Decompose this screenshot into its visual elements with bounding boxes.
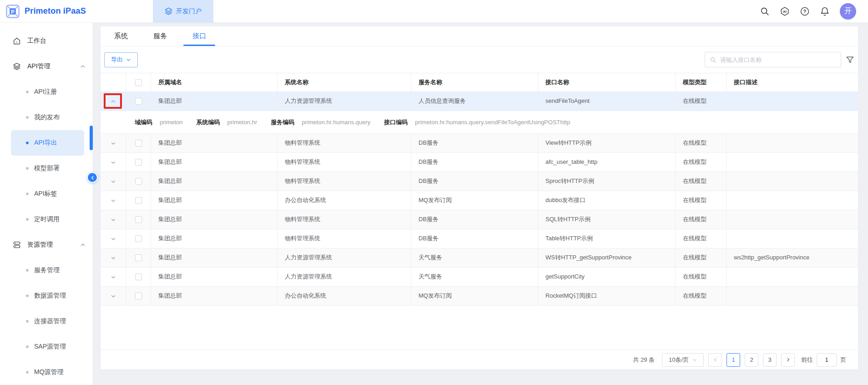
table-row: 集团总部 物料管理系统 DB服务 SQL转HTTP示例 在线模型	[101, 210, 858, 229]
sidebar-item-my-publish[interactable]: 我的发布	[11, 105, 84, 130]
tab-dev-portal[interactable]: 开发门户	[153, 0, 213, 23]
cell-desc	[727, 134, 858, 152]
page-button-3[interactable]: 3	[763, 353, 777, 367]
cell-model: 在线模型	[676, 92, 727, 111]
chevron-down-icon	[111, 141, 116, 146]
sidebar-item-resource-management[interactable]: 资源管理	[0, 232, 93, 258]
row-checkbox[interactable]	[135, 254, 142, 261]
cell-system: 物料管理系统	[278, 229, 411, 248]
cell-model: 在线模型	[676, 248, 727, 267]
next-page-button[interactable]	[781, 353, 795, 367]
svg-text:P: P	[11, 9, 14, 14]
bullet-icon	[26, 294, 29, 297]
row-checkbox[interactable]	[135, 159, 142, 166]
sidebar-item-connector-management[interactable]: 连接器管理	[11, 309, 84, 334]
ai-assistant-icon[interactable]: AI	[780, 6, 790, 16]
prev-page-button[interactable]	[708, 353, 722, 367]
expand-cell	[101, 287, 126, 305]
chevron-down-icon	[111, 274, 116, 280]
cell-system: 物料管理系统	[278, 172, 411, 191]
sidebar-item-api-tags[interactable]: API标签	[11, 181, 84, 207]
expand-row-button[interactable]	[106, 271, 120, 283]
expand-row-button[interactable]	[106, 233, 120, 245]
sidebar-item-api-export[interactable]: API导出	[11, 130, 84, 156]
cell-model: 在线模型	[676, 172, 727, 191]
row-checkbox[interactable]	[135, 98, 142, 105]
column-header-model: 模型类型	[676, 73, 727, 91]
sidebar-item-label: 我的发布	[34, 113, 60, 122]
chevron-down-icon	[111, 255, 116, 261]
help-icon[interactable]: ?	[800, 6, 810, 16]
bell-icon[interactable]	[820, 6, 830, 16]
goto-suffix: 页	[840, 356, 846, 364]
bullet-icon	[26, 142, 29, 144]
filter-icon[interactable]	[846, 56, 854, 64]
tab-service[interactable]: 服务	[151, 32, 170, 46]
expand-row-button[interactable]	[106, 176, 120, 187]
cell-desc	[727, 210, 858, 229]
search-icon[interactable]	[760, 6, 770, 16]
checkbox-cell	[126, 229, 151, 248]
select-all-checkbox[interactable]	[135, 79, 142, 86]
sidebar-item-sap-source-management[interactable]: SAP源管理	[11, 334, 84, 360]
sidebar-collapse-button[interactable]	[87, 172, 98, 183]
collapse-row-button[interactable]	[106, 96, 120, 107]
bullet-icon	[26, 91, 29, 93]
row-checkbox[interactable]	[135, 178, 142, 185]
portal-tab-label: 开发门户	[176, 7, 202, 15]
cell-desc	[727, 229, 858, 248]
cell-domain: 集团总部	[151, 92, 278, 111]
expand-row-button[interactable]	[106, 157, 120, 168]
row-checkbox[interactable]	[135, 274, 142, 280]
cell-domain: 集团总部	[151, 134, 278, 152]
cell-system: 物料管理系统	[278, 153, 411, 172]
sidebar-item-api-register[interactable]: API注册	[11, 79, 84, 105]
page-size-select[interactable]: 10条/页	[662, 353, 704, 367]
goto-page-input[interactable]	[817, 353, 837, 367]
bullet-icon	[26, 345, 29, 348]
cell-system: 人力资源管理系统	[278, 92, 411, 111]
column-header-system: 系统名称	[278, 73, 411, 91]
chevron-down-icon	[111, 294, 116, 299]
row-checkbox[interactable]	[135, 140, 142, 147]
sidebar-item-service-management[interactable]: 服务管理	[11, 258, 84, 283]
user-avatar[interactable]: 开	[840, 3, 856, 20]
row-checkbox[interactable]	[135, 216, 142, 223]
sidebar-item-api-management[interactable]: API管理	[0, 54, 93, 79]
row-checkbox[interactable]	[135, 293, 142, 299]
search-input[interactable]	[720, 56, 836, 63]
cell-model: 在线模型	[676, 191, 727, 210]
total-count: 共 29 条	[633, 356, 655, 364]
cell-domain: 集团总部	[151, 287, 278, 305]
sidebar-item-mq-source-management[interactable]: MQ源管理	[11, 360, 84, 385]
export-button[interactable]: 导出	[104, 52, 138, 67]
page-button-1[interactable]: 1	[727, 353, 740, 367]
sidebar-item-model-deploy[interactable]: 模型部署	[11, 156, 84, 181]
sidebar-item-workbench[interactable]: 工作台	[0, 28, 93, 54]
page-button-2[interactable]: 2	[745, 353, 758, 367]
expand-row-button[interactable]	[106, 290, 120, 302]
tab-interface[interactable]: 接口	[190, 32, 209, 46]
sidebar-item-scheduled-call[interactable]: 定时调用	[11, 207, 84, 232]
goto-label: 前往	[801, 356, 813, 364]
expand-row-button[interactable]	[106, 252, 120, 264]
row-checkbox[interactable]	[135, 235, 142, 242]
cell-name: SQL转HTTP示例	[538, 210, 676, 229]
app-title: Primeton iPaaS	[25, 6, 86, 16]
table-row: 集团总部 人力资源管理系统 人员信息查询服务 sendFileToAgent 在…	[101, 92, 858, 111]
expand-cell	[101, 229, 126, 248]
search-area	[705, 52, 854, 67]
expand-row-button[interactable]	[106, 214, 120, 226]
sidebar-item-label: API标签	[34, 190, 57, 198]
tab-system[interactable]: 系统	[111, 32, 131, 46]
expand-row-button[interactable]	[106, 137, 120, 149]
checkbox-cell	[126, 210, 151, 229]
brand: P Primeton iPaaS	[0, 4, 147, 19]
detail-system-code: 系统编码 primeton.hr	[197, 118, 257, 127]
row-checkbox[interactable]	[135, 197, 142, 204]
chevron-left-icon	[713, 357, 718, 362]
sidebar-item-datasource-management[interactable]: 数据源管理	[11, 283, 84, 309]
expand-cell	[101, 92, 126, 111]
table-row: 集团总部 物料管理系统 DB服务 View转HTTP示例 在线模型	[101, 134, 858, 153]
expand-row-button[interactable]	[106, 195, 120, 207]
